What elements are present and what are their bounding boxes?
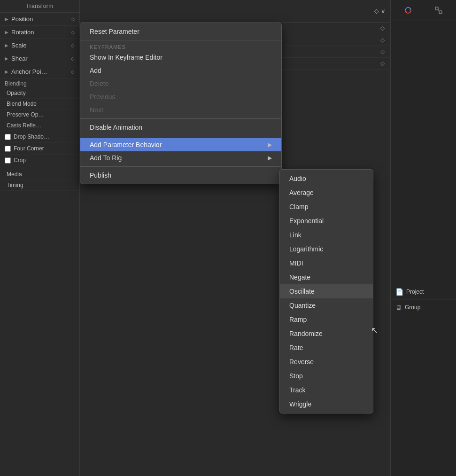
main-diamond-3: ◇ [380, 48, 385, 55]
group-icon: 🖥 [395, 304, 402, 311]
preserve-opacity-param[interactable]: Preserve Op… [0, 109, 79, 120]
divider-3 [80, 136, 281, 136]
anchor-point-param[interactable]: ▶ Anchor Poi… ◇ [0, 65, 79, 78]
publish-item[interactable]: Publish [80, 169, 281, 182]
rotation-param[interactable]: ▶ Rotation ◇ [0, 26, 79, 39]
context-menu-main: Reset Parameter KEYFRAMES Show In Keyfra… [80, 23, 282, 184]
behavior-midi[interactable]: MIDI [280, 256, 373, 270]
add-keyframe-item[interactable]: Add [80, 64, 281, 77]
position-arrow: ▶ [5, 16, 8, 22]
position-diamond: ◇ [71, 16, 75, 22]
rotation-diamond: ◇ [71, 30, 75, 35]
blend-mode-param[interactable]: Blend Mode [0, 99, 79, 109]
behavior-quantize[interactable]: Quantize [280, 298, 373, 312]
casts-reflections-param[interactable]: Casts Refle… [0, 120, 79, 131]
media-item[interactable]: Media [0, 169, 79, 180]
svg-rect-2 [435, 7, 438, 10]
rotation-arrow: ▶ [5, 30, 8, 35]
shear-diamond: ◇ [71, 56, 75, 61]
svg-line-4 [438, 8, 439, 12]
svg-marker-0 [410, 8, 411, 9]
reset-parameter-item[interactable]: Reset Parameter [80, 25, 281, 38]
submenu-behavior: Audio Average Clamp Exponential Link Log… [279, 169, 373, 414]
divider-4 [80, 166, 281, 167]
drop-shadow-checkbox[interactable] [5, 134, 11, 140]
blending-section: Blending [0, 78, 79, 88]
anchor-arrow: ▶ [5, 69, 8, 74]
add-param-behavior-arrow: ▶ [268, 141, 272, 148]
timing-item[interactable]: Timing [0, 180, 79, 191]
crop-item[interactable]: Crop [0, 155, 79, 166]
transform-icon[interactable] [432, 4, 445, 17]
add-to-rig-item[interactable]: Add To Rig ▶ [80, 151, 281, 164]
group-item[interactable]: 🖥 Group [391, 300, 456, 315]
behavior-link[interactable]: Link [280, 228, 373, 242]
show-in-keyframe-editor-item[interactable]: Show In Keyframe Editor [80, 51, 281, 64]
behavior-clamp[interactable]: Clamp [280, 200, 373, 214]
previous-keyframe-item: Previous [80, 90, 281, 103]
delete-keyframe-item: Delete [80, 77, 281, 90]
behavior-oscillate[interactable]: Oscillate [280, 284, 373, 298]
main-diamond-1: ◇ [380, 25, 385, 31]
next-keyframe-item: Next [80, 103, 281, 117]
four-corner-checkbox[interactable] [5, 146, 11, 152]
behavior-logarithmic[interactable]: Logarithmic [280, 242, 373, 256]
behavior-negate[interactable]: Negate [280, 270, 373, 284]
project-icon: 📄 [395, 288, 403, 296]
drop-shadow-item[interactable]: Drop Shado… [0, 131, 79, 143]
left-panel: Transform ▶ Position ◇ ▶ Rotation ◇ ▶ Sc… [0, 0, 80, 476]
add-parameter-behavior-item[interactable]: Add Parameter Behavior ▶ [80, 138, 281, 151]
behavior-average[interactable]: Average [280, 186, 373, 200]
project-item[interactable]: 📄 Project [391, 284, 456, 300]
scale-diamond: ◇ [71, 43, 75, 48]
add-to-rig-arrow: ▶ [268, 155, 272, 161]
svg-marker-1 [405, 11, 407, 12]
behavior-audio[interactable]: Audio [280, 172, 373, 186]
crop-checkbox[interactable] [5, 157, 11, 164]
behavior-ramp[interactable]: Ramp [280, 312, 373, 327]
shear-param[interactable]: ▶ Shear ◇ [0, 52, 79, 65]
behavior-track[interactable]: Track [280, 383, 373, 397]
anchor-diamond: ◇ [71, 69, 75, 74]
divider-2 [80, 118, 281, 119]
right-panel: 📄 Project 🖥 Group [390, 0, 456, 476]
panel-title: Transform [0, 0, 79, 13]
divider-1 [80, 40, 281, 40]
behavior-stop[interactable]: Stop [280, 369, 373, 383]
shear-arrow: ▶ [5, 56, 8, 61]
behavior-wriggle[interactable]: Wriggle [280, 397, 373, 411]
disable-animation-item[interactable]: Disable Animation [80, 121, 281, 134]
svg-rect-3 [439, 11, 442, 14]
loop-icon[interactable] [402, 4, 415, 17]
behavior-exponential[interactable]: Exponential [280, 214, 373, 228]
right-icons-bar [391, 0, 456, 21]
main-diamond-4: ◇ [380, 60, 385, 67]
position-param[interactable]: ▶ Position ◇ [0, 13, 79, 26]
behavior-rate[interactable]: Rate [280, 341, 373, 355]
behavior-reverse[interactable]: Reverse [280, 355, 373, 369]
opacity-param[interactable]: Opacity [0, 88, 79, 99]
top-bar: ◇ ∨ [80, 0, 390, 23]
behavior-randomize[interactable]: Randomize [280, 327, 373, 341]
main-diamond-2: ◇ [380, 37, 385, 43]
scale-param[interactable]: ▶ Scale ◇ [0, 39, 79, 52]
keyframes-label: KEYFRAMES [80, 42, 281, 51]
scale-arrow: ▶ [5, 43, 8, 48]
right-panel-spacer [391, 21, 456, 284]
four-corner-item[interactable]: Four Corner [0, 143, 79, 155]
top-bar-controls: ◇ ∨ [374, 8, 386, 15]
